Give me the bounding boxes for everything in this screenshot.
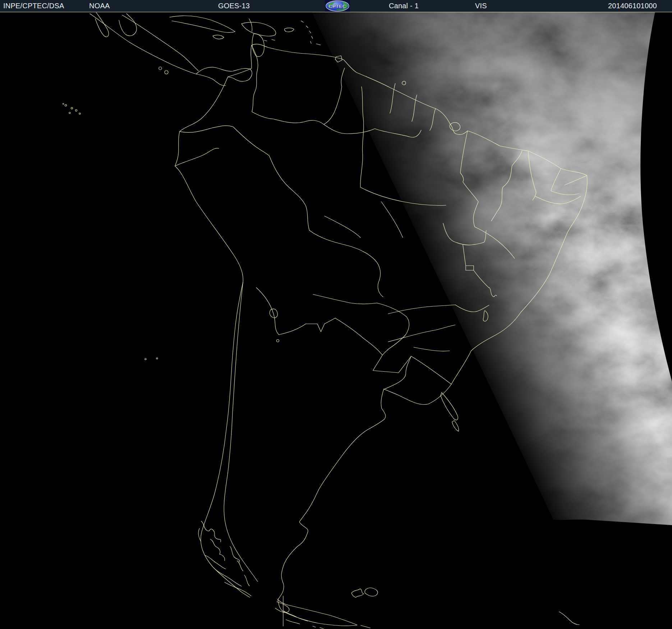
satellite-label: GOES-13 bbox=[218, 0, 250, 12]
header-bar: INPE/CPTEC/DSA NOAA GOES-13 CPTEC bbox=[0, 0, 672, 12]
satellite-image bbox=[0, 0, 672, 629]
agency-label: INPE/CPTEC/DSA bbox=[3, 0, 64, 12]
terminator-speckle bbox=[0, 12, 672, 629]
cptec-logo-icon: CPTEC bbox=[325, 0, 350, 12]
timestamp-label: 201406101000 bbox=[608, 0, 657, 12]
channel-type-label: VIS bbox=[475, 0, 487, 12]
satellite-viewer: INPE/CPTEC/DSA NOAA GOES-13 CPTEC bbox=[0, 0, 672, 629]
satellite-image-canvas bbox=[0, 0, 672, 629]
noaa-label: NOAA bbox=[89, 0, 110, 12]
channel-label: Canal - 1 bbox=[389, 0, 419, 12]
cptec-logo-text: CPTEC bbox=[329, 4, 346, 9]
